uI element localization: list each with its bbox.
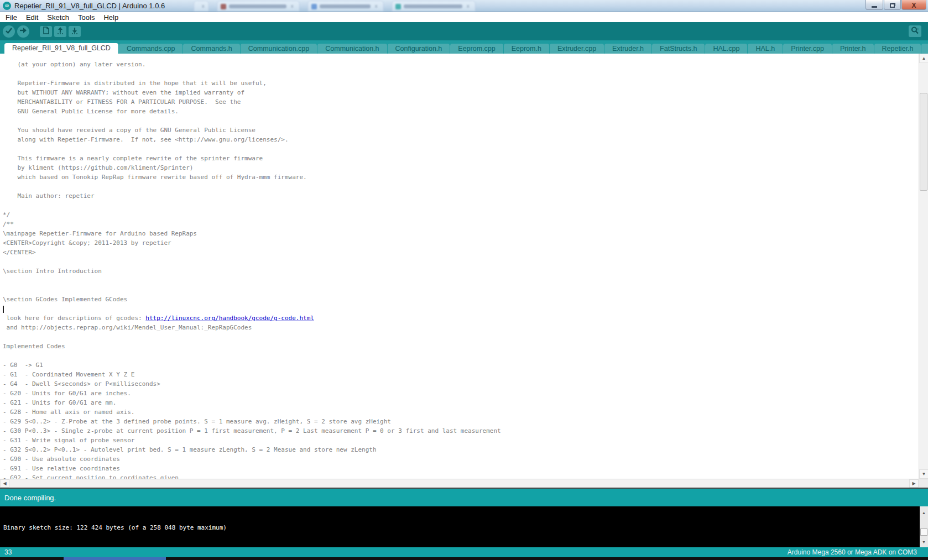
code-line: - G90 - Use absolute coordinates <box>3 454 919 464</box>
console-message: Binary sketch size: 122 424 bytes (of a … <box>3 524 227 531</box>
code-line: along with Repetier-Firmware. If not, se… <box>3 135 919 144</box>
scroll-right-icon[interactable]: ▶ <box>909 479 919 488</box>
code-line: Repetier-Firmware is distributed in the … <box>3 78 919 88</box>
code-line: \mainpage Repetier-Firmware for Arduino … <box>3 229 919 238</box>
tab-Eeprom.h[interactable]: Eeprom.h <box>504 44 549 54</box>
menu-item-file[interactable]: File <box>1 13 22 22</box>
scroll-down-icon[interactable]: ▼ <box>919 469 928 479</box>
verify-button[interactable] <box>3 25 15 38</box>
code-editor[interactable]: (at your option) any later version. Repe… <box>0 54 928 479</box>
code-line: - G1 - Coordinated Movement X Y Z E <box>3 370 919 379</box>
code-line: /** <box>3 219 919 229</box>
restore-button[interactable] <box>884 0 901 10</box>
line-number: 33 <box>4 548 12 556</box>
menu-item-help[interactable]: Help <box>99 13 123 22</box>
menu-item-sketch[interactable]: Sketch <box>43 13 74 22</box>
tab-close-icon: x <box>467 4 470 9</box>
tab-close-icon: x <box>375 4 378 9</box>
serial-monitor-button[interactable] <box>909 25 921 37</box>
console-scrollbar[interactable]: ▲ ▼ <box>920 506 928 547</box>
tab-Commands.h[interactable]: Commands.h <box>183 44 239 54</box>
open-button[interactable] <box>54 26 66 37</box>
close-button[interactable]: X <box>901 0 926 10</box>
console-scroll-down-icon[interactable]: ▼ <box>920 540 928 544</box>
code-line: This firmware is a nearly complete rewri… <box>3 154 919 163</box>
tab-close-icon: x <box>202 4 205 9</box>
tab-strip: Repetier_RII_91_V8_full_GLCDCommands.cpp… <box>0 40 928 54</box>
code-line: - G28 - Home all axis or named axis. <box>3 407 919 417</box>
tab-Eeprom.cpp[interactable]: Eeprom.cpp <box>450 44 503 54</box>
window-title: Repetier_RII_91_V8_full_GLCD | Arduino 1… <box>14 2 165 10</box>
tab-Printer.cpp[interactable]: Printer.cpp <box>783 44 832 54</box>
code-line: - G30 P<0..3> - Single z-probe at curren… <box>3 426 919 436</box>
code-line: by kliment (https://github.com/kliment/S… <box>3 163 919 172</box>
code-line: MERCHANTABILITY or FITNESS FOR A PARTICU… <box>3 97 919 107</box>
tab-Repetier_RII_91_V8_full_GLCD[interactable]: Repetier_RII_91_V8_full_GLCD <box>4 43 118 54</box>
code-line: </CENTER> <box>3 248 919 257</box>
tab-FatStructs.h[interactable]: FatStructs.h <box>652 44 705 54</box>
restore-icon <box>890 3 895 8</box>
code-line: - G21 - Units for G0/G1 are mm. <box>3 398 919 407</box>
favicon-icon <box>395 4 401 9</box>
console-scrollbar-thumb[interactable] <box>920 528 927 536</box>
save-icon <box>70 26 79 37</box>
upload-button[interactable] <box>17 25 29 38</box>
tab-Communication.h[interactable]: Communication.h <box>317 44 387 54</box>
menu-item-tools[interactable]: Tools <box>74 13 99 22</box>
background-browser-tab: x <box>217 1 300 11</box>
background-browser-tab: x <box>307 1 384 11</box>
code-line: and http://objects.reprap.org/wiki/Mende… <box>3 323 919 332</box>
code-line: \section Intro Introduction <box>3 266 919 276</box>
console-output: Binary sketch size: 122 424 bytes (of a … <box>0 506 928 547</box>
tab-HAL.h[interactable]: HAL.h <box>748 44 783 54</box>
tab-Configuration.h[interactable]: Configuration.h <box>388 44 450 54</box>
code-line <box>3 257 919 266</box>
code-line: */ <box>3 210 919 219</box>
serial-monitor-icon <box>910 26 920 37</box>
status-bar: Done compiling. <box>0 488 928 506</box>
tab-SDCard.cpp[interactable]: SDCard.cpp▼ <box>921 44 928 54</box>
scrollbar-corner <box>919 479 928 488</box>
scroll-up-icon[interactable]: ▲ <box>919 54 928 63</box>
code-line <box>3 182 919 191</box>
code-line: - G29 S<0..2> - Z-Probe at the 3 defined… <box>3 417 919 426</box>
code-line: <CENTER>Copyright &copy; 2011-2013 by re… <box>3 238 919 248</box>
upload-icon <box>19 26 28 37</box>
tab-Commands.cpp[interactable]: Commands.cpp <box>119 44 183 54</box>
code-line <box>3 285 919 295</box>
gcode-reference-link[interactable]: http://linuxcnc.org/handbook/gcode/g-cod… <box>145 315 314 322</box>
toolbar <box>0 22 928 40</box>
code-text-area[interactable]: (at your option) any later version. Repe… <box>0 54 919 479</box>
bottom-status-line: 33 Arduino Mega 2560 or Mega ADK on COM3 <box>0 547 928 557</box>
tab-Printer.h[interactable]: Printer.h <box>832 44 874 54</box>
editor-vertical-scrollbar[interactable]: ▲ ▼ <box>919 54 928 479</box>
code-line: - G91 - Use relative coordinates <box>3 464 919 473</box>
code-line: - G0 -> G1 <box>3 360 919 370</box>
code-line: (at your option) any later version. <box>3 60 919 69</box>
scroll-left-icon[interactable]: ◀ <box>0 479 9 488</box>
code-line <box>3 304 919 313</box>
code-line <box>3 276 919 285</box>
minimize-button[interactable] <box>866 0 883 10</box>
new-icon <box>41 26 50 37</box>
editor-horizontal-scrollbar[interactable]: ◀ ▶ <box>0 479 928 488</box>
editor-scrollbar-thumb[interactable] <box>920 93 927 191</box>
tab-Repetier.h[interactable]: Repetier.h <box>874 44 921 54</box>
new-button[interactable] <box>40 26 52 37</box>
arduino-ide-window: ∞ Repetier_RII_91_V8_full_GLCD | Arduino… <box>0 0 928 560</box>
taskbar-button[interactable] <box>64 557 166 560</box>
console-scroll-up-icon[interactable]: ▲ <box>920 511 928 515</box>
status-message: Done compiling. <box>4 494 56 502</box>
menu-item-edit[interactable]: Edit <box>22 13 43 22</box>
background-browser-tabs: xxxx <box>194 1 525 12</box>
tab-HAL.cpp[interactable]: HAL.cpp <box>705 44 747 54</box>
verify-icon <box>4 26 13 37</box>
tab-Extruder.cpp[interactable]: Extruder.cpp <box>550 44 604 54</box>
tab-Communication.cpp[interactable]: Communication.cpp <box>241 44 317 54</box>
save-button[interactable] <box>69 26 81 37</box>
tab-Extruder.h[interactable]: Extruder.h <box>604 44 651 54</box>
board-port-label: Arduino Mega 2560 or Mega ADK on COM3 <box>788 548 917 556</box>
favicon-icon <box>221 4 226 9</box>
code-line: look here for descriptions of gcodes: ht… <box>3 313 919 323</box>
taskbar-edge <box>0 557 928 560</box>
